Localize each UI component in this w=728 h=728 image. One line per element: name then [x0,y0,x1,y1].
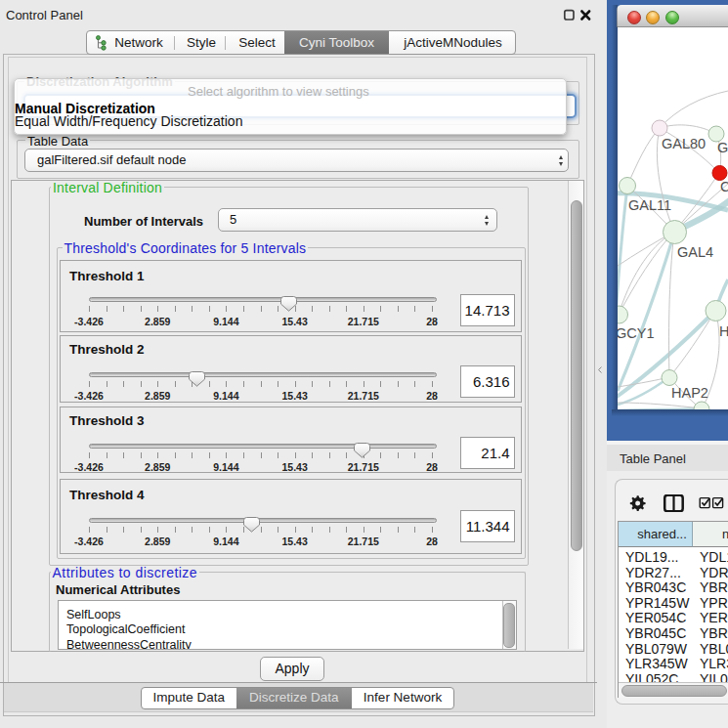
svg-text:GAL80: GAL80 [662,136,706,151]
svg-text:GAL4: GAL4 [677,244,713,260]
svg-text:H: H [719,323,728,339]
svg-text:HAP2: HAP2 [671,385,708,401]
svg-text:C: C [720,179,728,194]
svg-text:GA: GA [717,140,728,155]
svg-text:GAL11: GAL11 [628,197,671,213]
svg-text:GCY1: GCY1 [618,325,655,341]
